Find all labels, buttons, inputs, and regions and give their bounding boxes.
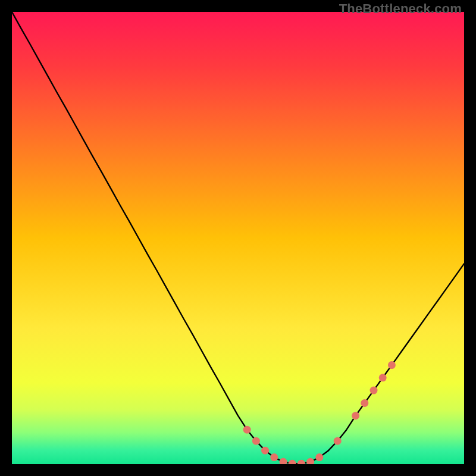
watermark-text: TheBottleneck.com	[339, 1, 462, 17]
marker-point	[361, 399, 368, 407]
gradient-background	[12, 12, 464, 464]
marker-point	[388, 361, 396, 369]
chart-frame	[12, 12, 464, 464]
marker-point	[315, 453, 323, 461]
marker-point	[370, 387, 378, 394]
marker-point	[334, 437, 342, 445]
marker-point	[261, 447, 269, 455]
bottleneck-chart	[12, 12, 464, 464]
marker-point	[252, 437, 260, 445]
marker-point	[243, 426, 251, 434]
marker-point	[270, 453, 278, 461]
marker-point	[352, 412, 359, 419]
marker-point	[379, 374, 387, 381]
